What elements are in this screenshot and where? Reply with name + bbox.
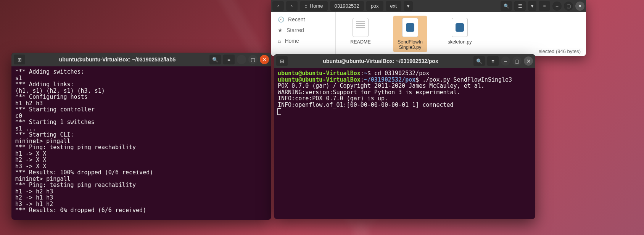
file-label: Single3.py	[399, 45, 421, 50]
sidebar-item-recent[interactable]: 🕘 Recent	[271, 14, 335, 25]
term-line: h1 -> h2 h3	[15, 188, 53, 195]
term-line: mininet> pingall	[15, 138, 71, 145]
python-file-icon	[402, 18, 418, 37]
breadcrumb-home[interactable]: ⌂ Home	[300, 1, 328, 11]
hamburger-menu-button[interactable]: ≡	[539, 1, 550, 11]
cursor	[278, 109, 281, 114]
breadcrumb-home-label: Home	[310, 3, 323, 9]
prompt-dollar: $	[367, 70, 374, 77]
menu-icon: ≡	[543, 3, 546, 9]
term-line: (h1, s1) (h2, s1) (h3, s1)	[15, 87, 105, 94]
prompt-colon: :	[361, 70, 364, 77]
new-tab-button[interactable]: ⊞	[14, 55, 25, 64]
breadcrumb-seg-1[interactable]: 031902532	[330, 1, 364, 11]
prompt-path: ~	[364, 70, 367, 77]
term-line: *** Ping: testing ping reachability	[15, 182, 136, 188]
terminal-left-window: ⊞ ubuntu@ubuntu-VirtualBox: ~/031902532/…	[11, 53, 271, 220]
term-line: *** Results: 100% dropped (0/6 received)	[15, 169, 153, 176]
term-line: *** Results: 0% dropped (6/6 received)	[15, 207, 146, 214]
window-title: ubuntu@ubuntu-VirtualBox: ~/031902532/la…	[27, 56, 207, 63]
close-button[interactable]: ✕	[575, 2, 584, 11]
nav-forward-button[interactable]: ›	[286, 1, 298, 11]
sidebar-item-home[interactable]: ⌂ Home	[271, 35, 335, 46]
new-tab-button[interactable]: ⊞	[276, 56, 288, 66]
file-manager-sidebar: 🕘 Recent ★ Starred ⌂ Home	[271, 12, 336, 56]
prompt-path: ~/031902532/pox	[364, 76, 415, 83]
file-skeleton[interactable]: skeleton.py	[443, 16, 477, 47]
close-button[interactable]: ✕	[260, 55, 269, 64]
prompt-cmd: ./pox.py SendFlowInSingle3	[422, 76, 512, 83]
text-file-icon	[353, 18, 369, 37]
menu-icon: ≡	[227, 57, 230, 63]
menu-icon: ≡	[491, 58, 494, 64]
sidebar-item-label: Starred	[287, 27, 304, 33]
term-line: h1 -> X X	[15, 150, 46, 157]
term-line: INFO:core:POX 0.7.0 (gar) is up.	[278, 95, 388, 102]
minimize-button[interactable]: –	[237, 55, 246, 64]
view-dropdown-button[interactable]: ▾	[528, 1, 536, 11]
statusbar-selection: elected (946 bytes)	[536, 48, 583, 55]
term-line: WARNING:version:Support for Python 3 is …	[278, 89, 460, 96]
term-line: s1	[15, 75, 22, 82]
term-line: *** Adding links:	[15, 81, 74, 88]
nav-back-button[interactable]: ‹	[272, 1, 284, 11]
breadcrumb-seg-3[interactable]: ext	[386, 1, 401, 11]
term-line: h1 h2 h3	[15, 100, 43, 107]
sidebar-item-label: Recent	[288, 16, 305, 23]
file-manager-window: ‹ › ⌂ Home 031902532 pox ext ▾ 🔍 ☰ ▾ ≡ –…	[271, 0, 586, 56]
prompt-cmd: cd 031902532/pox	[374, 70, 430, 77]
terminal-left-titlebar: ⊞ ubuntu@ubuntu-VirtualBox: ~/031902532/…	[11, 53, 271, 66]
home-icon: ⌂	[304, 3, 308, 9]
file-readme[interactable]: README	[343, 16, 378, 47]
hamburger-menu-button[interactable]: ≡	[487, 56, 499, 66]
search-icon: 🔍	[212, 57, 218, 63]
clock-icon: 🕘	[278, 16, 284, 23]
maximize-button[interactable]: ▢	[564, 2, 573, 11]
sidebar-item-label: Home	[285, 38, 299, 44]
file-sendflowinsingle3[interactable]: SendFlowIn Single3.py	[393, 16, 427, 52]
search-button[interactable]: 🔍	[473, 56, 485, 66]
term-line: *** Starting CLI:	[15, 131, 74, 138]
prompt-user: ubuntu@ubuntu-VirtualBox	[278, 76, 361, 83]
new-tab-icon: ⊞	[280, 58, 284, 64]
prompt-dollar: $	[415, 76, 422, 83]
breadcrumb-overflow-button[interactable]: ▾	[404, 1, 413, 11]
term-line: mininet> pingall	[15, 175, 71, 182]
term-line: *** Starting controller	[15, 106, 95, 113]
file-label: README	[350, 39, 370, 45]
minimize-button[interactable]: –	[501, 56, 510, 66]
term-line: s1 ...	[15, 125, 36, 132]
maximize-button[interactable]: ▢	[248, 55, 258, 64]
home-icon: ⌂	[278, 38, 281, 44]
file-label: SendFlowIn	[398, 39, 423, 45]
term-line: *** Starting 1 switches	[15, 119, 95, 126]
term-line: h2 -> X X	[15, 156, 46, 163]
python-file-icon	[452, 18, 468, 37]
search-button[interactable]: 🔍	[209, 55, 221, 64]
search-icon: 🔍	[476, 58, 482, 64]
maximize-button[interactable]: ▢	[512, 56, 522, 66]
term-line: *** Adding switches:	[15, 68, 84, 75]
terminal-right-titlebar: ⊞ ubuntu@ubuntu-VirtualBox: ~/031902532/…	[274, 54, 535, 68]
minimize-button[interactable]: –	[552, 2, 562, 11]
term-line: *** Configuring hosts	[15, 93, 88, 100]
term-line: POX 0.7.0 (gar) / Copyright 2011-2020 Ja…	[278, 82, 485, 89]
terminal-right-window: ⊞ ubuntu@ubuntu-VirtualBox: ~/031902532/…	[274, 54, 535, 219]
search-button[interactable]: 🔍	[501, 1, 512, 11]
terminal-right-content[interactable]: ubuntu@ubuntu-VirtualBox:~$ cd 031902532…	[274, 68, 535, 219]
hamburger-menu-button[interactable]: ≡	[223, 55, 235, 64]
sidebar-item-starred[interactable]: ★ Starred	[271, 25, 335, 35]
prompt-user: ubuntu@ubuntu-VirtualBox	[278, 70, 361, 77]
file-label: skeleton.py	[448, 39, 472, 45]
view-list-button[interactable]: ☰	[514, 1, 526, 11]
term-line: h2 -> h1 h3	[15, 194, 53, 201]
term-line: *** Ping: testing ping reachability	[15, 144, 136, 151]
term-line: h3 -> h1 h2	[15, 201, 53, 208]
breadcrumb-seg-2[interactable]: pox	[366, 1, 383, 11]
terminal-left-content[interactable]: *** Adding switches: s1 *** Adding links…	[11, 66, 271, 220]
chevron-down-icon: ▾	[531, 3, 533, 9]
term-line: c0	[15, 113, 22, 119]
close-button[interactable]: ✕	[524, 56, 533, 66]
term-line: INFO:openflow.of_01:[00-00-00-00-00-01 1…	[278, 101, 454, 108]
star-icon: ★	[278, 27, 283, 33]
